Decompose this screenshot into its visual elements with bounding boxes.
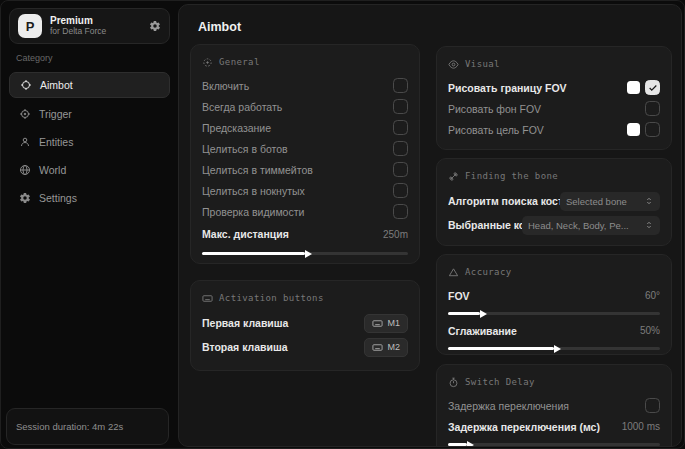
main-content: Aimbot General Включить Всегда работать … — [178, 4, 682, 447]
fov-row: FOV 60° — [448, 285, 660, 306]
toggle-label: Целиться в ботов — [202, 143, 288, 155]
enable-checkbox[interactable] — [393, 78, 408, 93]
app-logo: P — [18, 14, 42, 38]
panel-accuracy-title: Accuracy — [465, 267, 512, 277]
smoothing-slider-fill — [448, 347, 554, 350]
category-label: Category — [16, 53, 53, 63]
selected-bones-label: Выбранные кос — [448, 219, 522, 231]
entities-icon — [19, 136, 31, 148]
toggle-label: Предсказание — [202, 122, 271, 134]
session-duration-badge: Session duration: 4m 22s — [6, 408, 169, 445]
toggle-row-target-teammates: Целиться в тиммейтов — [202, 159, 408, 180]
toggle-label: Включить — [202, 80, 249, 92]
second-key-button[interactable]: M2 — [364, 338, 408, 357]
max-distance-value: 250m — [383, 229, 408, 240]
selected-bones-dropdown[interactable]: Head, Neck, Body, Pe... — [522, 216, 660, 235]
sidebar-item-world[interactable]: World — [9, 157, 170, 183]
app-subtitle: for Delta Force — [50, 27, 149, 37]
draw-fov-background-checkbox[interactable] — [645, 101, 660, 116]
gear-icon[interactable] — [149, 20, 161, 32]
toggle-row-always-work: Всегда работать — [202, 96, 408, 117]
key-icon — [372, 342, 383, 353]
eye-icon — [448, 59, 459, 70]
smoothing-label: Сглаживание — [448, 325, 517, 337]
toggle-row-enable: Включить — [202, 75, 408, 96]
target-bots-checkbox[interactable] — [393, 141, 408, 156]
first-key-label: Первая клавиша — [202, 317, 288, 329]
bone-algorithm-row: Алгоритм поиска кост Selected bone — [448, 189, 660, 213]
second-key-row: Вторая клавиша M2 — [202, 335, 408, 359]
selected-bones-row: Выбранные кос Head, Neck, Body, Pe... — [448, 213, 660, 237]
crosshair-icon — [20, 79, 32, 91]
fov-border-color-swatch[interactable] — [627, 81, 640, 94]
keyboard-icon — [202, 293, 213, 304]
sidebar-item-settings[interactable]: Settings — [9, 185, 170, 211]
bone-algorithm-value: Selected bone — [566, 196, 627, 207]
panel-activation-title: Activation buttons — [219, 293, 324, 303]
panel-accuracy: Accuracy FOV 60° Сглаживание 50% — [436, 254, 672, 355]
second-key-label: Вторая клавиша — [202, 341, 288, 353]
switch-delay-ms-value: 1000 ms — [622, 421, 660, 432]
fov-slider-fill — [448, 312, 480, 315]
bone-icon — [448, 171, 459, 182]
sidebar-item-aimbot[interactable]: Aimbot — [9, 72, 170, 98]
panel-finding-bone: Finding the bone Алгоритм поиска кост Se… — [436, 158, 672, 246]
sidebar-item-label: Aimbot — [40, 79, 73, 91]
session-duration-text: Session duration: 4m 22s — [16, 421, 123, 432]
always-work-checkbox[interactable] — [393, 99, 408, 114]
premium-header: P Premium for Delta Force — [9, 8, 170, 44]
trigger-icon — [19, 108, 31, 120]
switch-delay-checkbox[interactable] — [645, 398, 660, 413]
target-knocked-checkbox[interactable] — [393, 183, 408, 198]
sidebar-item-label: Settings — [39, 192, 77, 204]
triangle-icon — [448, 267, 459, 278]
toggle-label: Целиться в нокнутых — [202, 185, 305, 197]
toggle-row-prediction: Предсказание — [202, 117, 408, 138]
max-distance-slider[interactable] — [202, 252, 408, 255]
unfold-icon — [644, 196, 654, 206]
panel-general-title: General — [219, 57, 260, 67]
unfold-icon — [644, 220, 654, 230]
draw-fov-border-label: Рисовать границу FOV — [448, 82, 567, 94]
smoothing-slider[interactable] — [448, 347, 660, 350]
toggle-label: Целиться в тиммейтов — [202, 164, 313, 176]
sidebar-item-label: Entities — [39, 136, 73, 148]
panel-switch-delay: Switch Delay Задержка переключения Задер… — [436, 364, 672, 447]
switch-delay-toggle-label: Задержка переключения — [448, 400, 569, 412]
switch-delay-slider[interactable] — [448, 443, 660, 446]
switch-delay-ms-label: Задержка переключения (мс) — [448, 421, 600, 433]
draw-fov-target-checkbox[interactable] — [645, 122, 660, 137]
fov-slider[interactable] — [448, 312, 660, 315]
draw-fov-border-checkbox[interactable] — [645, 80, 660, 95]
panel-activation-buttons: Activation buttons Первая клавиша M1 Вто… — [190, 280, 420, 371]
draw-fov-background-label: Рисовать фон FOV — [448, 103, 541, 115]
toggle-row-target-knocked: Целиться в нокнутых — [202, 180, 408, 201]
bone-algorithm-label: Алгоритм поиска кост — [448, 195, 560, 207]
switch-delay-ms-row: Задержка переключения (мс) 1000 ms — [448, 416, 660, 437]
draw-fov-background-row: Рисовать фон FOV — [448, 98, 660, 119]
panel-switch-delay-title: Switch Delay — [465, 377, 535, 387]
max-distance-row: Макс. дистанция 250m — [202, 222, 408, 246]
fov-target-color-swatch[interactable] — [627, 123, 640, 136]
target-teammates-checkbox[interactable] — [393, 162, 408, 177]
prediction-checkbox[interactable] — [393, 120, 408, 135]
visibility-check-checkbox[interactable] — [393, 204, 408, 219]
draw-fov-target-row: Рисовать цель FOV — [448, 119, 660, 140]
scan-crosshair-icon — [202, 57, 213, 68]
draw-fov-target-label: Рисовать цель FOV — [448, 124, 544, 136]
stopwatch-icon — [448, 377, 459, 388]
max-distance-label: Макс. дистанция — [202, 228, 289, 240]
settings-gear-icon — [19, 192, 31, 204]
max-distance-slider-fill — [202, 252, 305, 255]
sidebar-item-trigger[interactable]: Trigger — [9, 101, 170, 127]
smoothing-value: 50% — [640, 325, 660, 336]
bone-algorithm-dropdown[interactable]: Selected bone — [560, 192, 660, 211]
toggle-label: Всегда работать — [202, 101, 282, 113]
panel-visual-title: Visual — [465, 59, 500, 69]
first-key-button[interactable]: M1 — [364, 314, 408, 333]
sidebar-item-entities[interactable]: Entities — [9, 129, 170, 155]
switch-delay-slider-fill — [448, 443, 467, 446]
fov-value: 60° — [645, 290, 660, 301]
draw-fov-border-row: Рисовать границу FOV — [448, 77, 660, 98]
second-key-value: M2 — [387, 342, 400, 352]
